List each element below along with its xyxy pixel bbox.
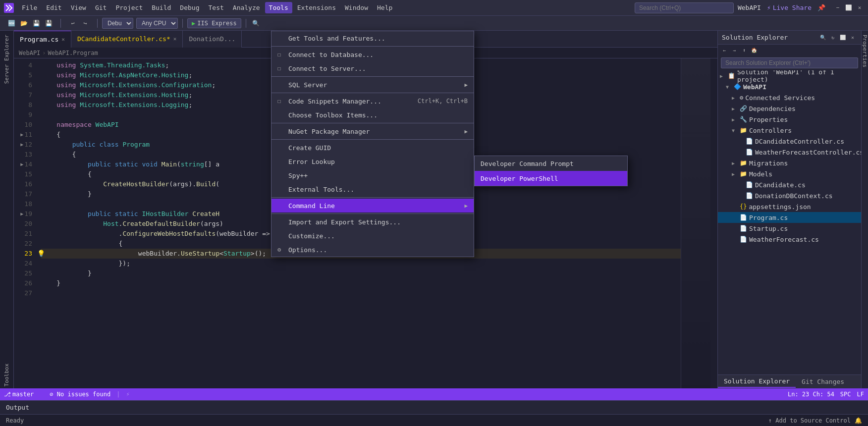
encoding: SPC [840,391,851,398]
menu-spy-label: Spy++ [288,172,468,179]
tree-controllers[interactable]: ▼ 📁 Controllers [718,125,861,136]
tools-dropdown-menu[interactable]: Get Tools and Features... ☐ Connect to D… [271,31,474,257]
tab-donationdb[interactable]: DonationD... [183,31,242,48]
tab-git-changes[interactable]: Git Changes [796,376,850,387]
check-command-line [277,202,284,209]
notification-icon[interactable]: 🔔 [855,417,862,424]
menu-customize[interactable]: Customize... [271,229,474,243]
pin-icon[interactable]: 📌 [817,4,825,11]
search-input[interactable] [635,2,734,13]
line-num-6: 6 [14,80,32,90]
panel-refresh-button[interactable]: ↻ [828,33,837,42]
menu-extensions[interactable]: Extensions [293,2,340,13]
menu-sql-server[interactable]: SQL Server ▶ [271,78,474,92]
menu-file[interactable]: File [18,2,41,13]
solution-icon: 📋 [728,72,735,79]
tab-dcandidate-controller[interactable]: DCandidateController.cs* ✕ [71,31,183,48]
menu-choose-toolbox[interactable]: Choose Toolbox Items... [271,108,474,122]
close-button[interactable]: ✕ [855,3,864,12]
menu-code-snippets[interactable]: ☐ Code Snippets Manager... Ctrl+K, Ctrl+… [271,94,474,108]
status-bar: ⎇ master ⊘ No issues found | ⚡ Ln: 23 Ch… [0,388,868,400]
breadcrumb-project[interactable]: WebAPI [19,50,40,56]
panel-close-button[interactable]: ✕ [848,33,857,42]
add-to-source-control[interactable]: ↑ Add to Source Control [768,417,851,424]
menu-debug[interactable]: Debug [176,2,203,13]
menu-tools[interactable]: Tools [265,2,292,13]
solution-search-input[interactable] [721,57,858,68]
menu-create-guid[interactable]: Create GUID [271,141,474,155]
tab-solution-explorer[interactable]: Solution Explorer [718,375,796,388]
solution-home-button[interactable]: 🏠 [750,46,759,54]
panel-search-button[interactable]: 🔍 [818,33,827,42]
search-toolbar-button[interactable]: 🔍 [251,18,262,29]
tree-donationdbcontext[interactable]: ▶ 📄 DonationDBContext.cs [718,190,861,201]
menu-nuget[interactable]: NuGet Package Manager ▶ [271,124,474,138]
line-num-11: ▶11 [14,130,32,140]
tree-appsettings[interactable]: ▶ {} appsettings.json [718,201,861,212]
undo-button[interactable]: ↩ [67,18,78,29]
save-button[interactable]: 💾 [31,18,42,29]
menu-import-export[interactable]: Import and Export Settings... [271,215,474,229]
toolbox-label[interactable]: Toolbox [2,362,11,388]
tree-migrations[interactable]: ▶ 📁 Migrations [718,158,861,168]
menu-test[interactable]: Test [205,2,228,13]
line-num-4: 4 [14,60,32,70]
debug-config-select[interactable]: Debu [102,18,133,29]
tree-models[interactable]: ▶ 📁 Models [718,168,861,179]
open-button[interactable]: 📂 [18,18,29,29]
menu-command-line[interactable]: Command Line ▶ [271,199,474,213]
menu-get-tools[interactable]: Get Tools and Features... [271,31,474,45]
minimize-button[interactable]: − [833,3,842,12]
line-num-14: ▶14 [14,160,32,169]
tree-connected-services[interactable]: ▶ ⚙ Connected Services [718,92,861,103]
properties-label[interactable]: Properties [861,31,868,71]
save-all-button[interactable]: 💾 [43,18,54,29]
menu-window[interactable]: Window [341,2,372,13]
run-button[interactable]: ▶ IIS Express [187,18,241,28]
tab-dcandidate-close[interactable]: ✕ [173,36,177,42]
tab-program-cs-close[interactable]: ✕ [61,36,65,43]
menu-spy[interactable]: Spy++ [271,168,474,182]
menu-edit[interactable]: Edit [42,2,65,13]
no-issues-indicator[interactable]: ⊘ No issues found [50,391,110,398]
tree-program-cs[interactable]: ▶ 📄 Program.cs [718,212,861,223]
tree-weatherforecast-controller[interactable]: ▶ 📄 WeatherForecastController.cs [718,147,861,158]
tree-startup-cs[interactable]: ▶ 📄 Startup.cs [718,223,861,234]
code-line-24: }); [41,259,681,268]
solution-explorer-panel: Solution Explorer 🔍 ↻ ⬜ ✕ ← → ⬆ 🏠 ▶ 📋 So… [717,31,861,388]
menu-git[interactable]: Git [91,2,110,13]
restore-button[interactable]: ⬜ [844,3,853,12]
git-branch[interactable]: ⎇ master [4,391,34,398]
menu-analyze[interactable]: Analyze [229,2,264,13]
menu-create-guid-label: Create GUID [288,144,468,152]
new-file-button[interactable]: 🆕 [6,18,17,29]
tab-program-cs-label: Program.cs [20,36,58,43]
platform-select[interactable]: Any CPU [136,18,178,29]
tree-dcandidate[interactable]: ▶ 📄 DCandidate.cs [718,179,861,190]
menu-build[interactable]: Build [148,2,175,13]
solution-node[interactable]: ▶ 📋 Solution 'WebAPI' (1 of 1 project) [718,70,861,81]
editor-scrollbar[interactable] [710,58,717,388]
tree-dcandidate-controller[interactable]: ▶ 📄 DCandidateController.cs [718,136,861,147]
solution-nav-button-3[interactable]: ⬆ [740,46,749,54]
menu-help[interactable]: Help [373,2,396,13]
panel-collapse-button[interactable]: ⬜ [838,33,847,42]
menu-connect-server[interactable]: ☐ Connect to Server... [271,61,474,75]
server-explorer-label[interactable]: Server Explorer [2,33,11,86]
solution-nav-button-2[interactable]: → [730,46,739,54]
live-share-button[interactable]: ⚡ Live Share [767,4,812,11]
menu-project[interactable]: Project [111,2,147,13]
menu-options[interactable]: ⚙ Options... [271,243,474,257]
menu-connect-database[interactable]: ☐ Connect to Database... [271,48,474,61]
redo-button[interactable]: ↪ [80,18,91,29]
menu-error-lookup[interactable]: Error Lookup [271,155,474,168]
solution-nav-button-1[interactable]: ← [720,46,729,54]
tree-dependencies[interactable]: ▶ 🔗 Dependencies [718,103,861,114]
tab-program-cs[interactable]: Program.cs ✕ [14,31,71,48]
breadcrumb-file[interactable]: WebAPI.Program [48,50,98,56]
tree-weatherforecast-cs[interactable]: ▶ 📄 WeatherForecast.cs [718,234,861,245]
tree-properties[interactable]: ▶ 🔧 Properties [718,114,861,125]
project-node[interactable]: ▼ 🔷 WebAPI [718,81,861,92]
menu-external-tools[interactable]: External Tools... [271,182,474,196]
menu-view[interactable]: View [67,2,90,13]
